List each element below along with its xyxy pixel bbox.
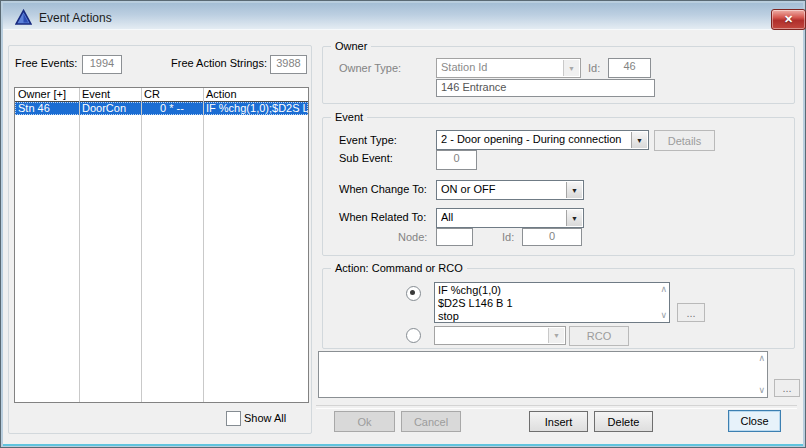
action-group: Action: Command or RCO IF %chg(1,0) $D2S… [322,268,795,349]
scroll-up-icon[interactable]: ∧ [660,285,667,294]
scroll-down-icon[interactable]: ∨ [758,386,765,395]
delete-button[interactable]: Delete [594,411,653,432]
owner-id-field: 46 [608,58,651,78]
close-button[interactable]: Close [728,410,781,432]
node-label: Node: [398,231,427,244]
event-type-dropdown[interactable]: 2 - Door opening - During connection ▼ [436,130,649,150]
column-divider [79,88,80,402]
related-id-field: 0 [522,228,582,246]
sub-event-field: 0 [436,150,477,170]
event-group-title: Event [331,110,367,124]
scroll-down-icon[interactable]: ∨ [660,311,667,320]
cell-event: DoorCon [79,102,141,115]
rco-button: RCO [569,326,629,346]
command-textarea-wrap: IF %chg(1,0) $D2S L146 B 1 stop ∧ ∨ [434,282,670,323]
cell-cr: 0 * -- [141,102,203,115]
action-group-title: Action: Command or RCO [331,261,467,275]
event-type-label: Event Type: [339,134,397,147]
owner-type-label: Owner Type: [339,62,401,75]
command-textarea[interactable]: IF %chg(1,0) $D2S L146 B 1 stop [434,282,670,323]
notes-browse-button[interactable]: ... [774,379,800,397]
node-field [436,228,473,246]
free-events-label: Free Events: [15,57,77,70]
owner-name-field[interactable]: 146 Entrance [436,79,655,97]
command-radio[interactable] [406,286,421,301]
rco-radio[interactable] [406,328,421,343]
ok-button: Ok [334,411,395,432]
rco-dropdown: ▼ [434,326,566,345]
notes-textarea[interactable] [318,351,768,398]
event-table[interactable]: Owner [+] Event CR Action Stn 46 DoorCon… [14,87,309,403]
dropdown-arrow-icon: ▼ [566,210,582,226]
dropdown-arrow-icon: ▼ [563,60,579,76]
scroll-up-icon[interactable]: ∧ [758,354,765,363]
close-icon: ✕ [784,14,793,25]
column-header-action[interactable]: Action [203,88,311,101]
sub-event-label: Sub Event: [339,152,393,165]
title-bar[interactable]: Event Actions ✕ [3,3,803,30]
free-action-strings-label: Free Action Strings: [171,57,267,70]
column-header-owner[interactable]: Owner [+] [15,88,82,101]
app-triangle-icon [15,9,32,26]
owner-group-title: Owner [331,39,371,53]
free-events-field: 1994 [82,55,122,74]
when-related-label: When Related To: [339,211,426,224]
details-button: Details [654,130,715,151]
column-header-cr[interactable]: CR [141,88,206,101]
owner-group: Owner Owner Type: Station Id ▼ Id: 46 14… [322,46,795,104]
cell-action: IF %chg(1,0);$D2S L1 [203,102,308,115]
show-all-label: Show All [244,412,286,425]
dropdown-arrow-icon: ▼ [548,328,564,343]
when-related-dropdown[interactable]: All ▼ [436,208,584,228]
when-change-label: When Change To: [339,183,427,196]
frame-bottom-accent [3,444,803,446]
command-browse-button[interactable]: ... [677,303,705,322]
close-window-button[interactable]: ✕ [771,9,806,30]
show-all-checkbox[interactable] [226,411,241,426]
free-action-strings-field: 3988 [270,55,307,74]
cancel-button: Cancel [401,411,461,432]
owner-id-label: Id: [588,62,600,75]
window-title: Event Actions [39,11,112,25]
related-id-label: Id: [502,231,514,244]
owner-type-dropdown: Station Id ▼ [436,58,581,78]
table-row-selected[interactable]: Stn 46 DoorCon 0 * -- IF %chg(1,0);$D2S … [15,102,308,115]
insert-button[interactable]: Insert [529,411,588,432]
table-header: Owner [+] Event CR Action [15,88,308,102]
column-divider [203,88,204,402]
dropdown-arrow-icon: ▼ [566,182,582,198]
column-header-event[interactable]: Event [79,88,144,101]
notes-textarea-wrap: ∧ ∨ [318,351,768,398]
column-divider [141,88,142,402]
button-row-separator [316,405,797,409]
cell-owner: Stn 46 [15,102,79,115]
when-change-dropdown[interactable]: ON or OFF ▼ [436,180,584,200]
dropdown-arrow-icon: ▼ [631,132,647,148]
event-group: Event Event Type: 2 - Door opening - Dur… [322,117,795,256]
